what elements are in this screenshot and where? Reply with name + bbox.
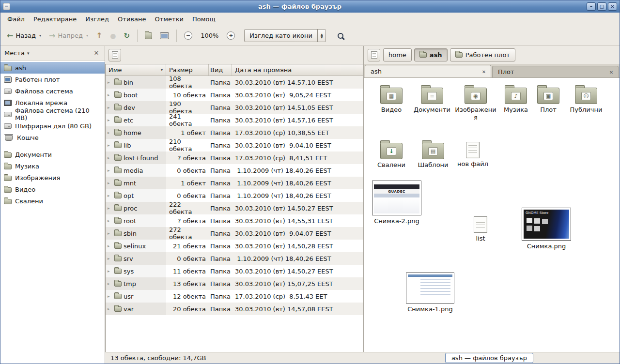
- pathbar-scroll-button[interactable]: [368, 49, 380, 61]
- icon-item[interactable]: GUADEC Снимка-2.png: [371, 181, 423, 225]
- expander-icon[interactable]: ▸: [108, 155, 112, 160]
- expander-icon[interactable]: ▸: [108, 92, 112, 97]
- zoom-out-button[interactable]: −: [181, 29, 196, 43]
- file-row[interactable]: ▸ home 1 обект Папка 17.03.2010 (ср) 10,…: [106, 126, 363, 139]
- tab[interactable]: Плот: [492, 66, 619, 77]
- column-header-name[interactable]: Име ▾: [106, 64, 166, 76]
- icon-item[interactable]: Плот: [532, 85, 564, 114]
- sort-indicator-icon[interactable]: ▾: [161, 68, 163, 72]
- expander-icon[interactable]: ▸: [108, 168, 112, 173]
- icon-item[interactable]: Шаблони: [412, 140, 454, 169]
- icon-item[interactable]: Свалени: [371, 140, 412, 169]
- expander-icon[interactable]: ▸: [108, 294, 112, 299]
- file-row[interactable]: ▸ sys 11 обекта Папка 30.03.2010 (вт) 14…: [106, 265, 363, 277]
- expander-icon[interactable]: ▸: [108, 143, 112, 148]
- column-header-date[interactable]: Дата на промяна: [232, 64, 363, 76]
- file-row[interactable]: ▸ opt 0 обекта Папка 1.10.2009 (чт) 18,4…: [106, 189, 363, 202]
- tab-close-icon[interactable]: [480, 68, 488, 75]
- tab[interactable]: ash: [365, 65, 491, 77]
- path-button[interactable]: home: [383, 48, 412, 61]
- icon-item[interactable]: нов файл: [452, 140, 494, 168]
- icon-item[interactable]: Видео: [371, 85, 412, 114]
- chevron-down-icon[interactable]: ▾: [27, 51, 30, 56]
- file-row[interactable]: ▸ bin 108 обекта Папка 30.03.2010 (вт) 1…: [106, 76, 363, 89]
- file-row[interactable]: ▸ srv 0 обекта Папка 1.10.2009 (чт) 18,4…: [106, 252, 363, 265]
- maximize-button[interactable]: [597, 2, 606, 11]
- sidebar-title[interactable]: Места: [4, 49, 25, 57]
- file-row[interactable]: ▸ lost+found ? обекта Папка 17.03.2010 (…: [106, 152, 363, 164]
- expander-icon[interactable]: ▸: [108, 181, 112, 185]
- menu-item[interactable]: Отиване: [113, 14, 150, 25]
- back-button[interactable]: ← Назад ▾: [3, 29, 45, 42]
- file-row[interactable]: ▸ usr 12 обекта Папка 17.03.2010 (ср) 8,…: [106, 290, 363, 303]
- icon-item[interactable]: Публични: [565, 85, 607, 114]
- close-button[interactable]: [608, 2, 617, 11]
- expander-icon[interactable]: ▸: [108, 130, 112, 135]
- tab-close-icon[interactable]: [607, 69, 615, 76]
- menu-item[interactable]: Отметки: [150, 14, 187, 25]
- zoom-in-button[interactable]: +: [223, 29, 238, 43]
- sidebar-item[interactable]: Свалени: [0, 195, 105, 207]
- sidebar-item[interactable]: ash: [0, 62, 105, 74]
- path-button[interactable]: ash: [414, 48, 448, 61]
- notes-pane-button[interactable]: [108, 49, 121, 61]
- expander-icon[interactable]: ▸: [108, 243, 112, 248]
- file-row[interactable]: ▸ var 20 обекта Папка 30.03.2010 (вт) 14…: [106, 303, 363, 315]
- sidebar-item[interactable]: Изображения: [0, 172, 105, 183]
- search-button[interactable]: [333, 29, 348, 43]
- sidebar-item[interactable]: Файлова система: [0, 85, 105, 97]
- expander-icon[interactable]: ▸: [108, 218, 112, 223]
- menu-item[interactable]: Файл: [3, 14, 29, 25]
- file-row[interactable]: ▸ lib 210 обекта Папка 30.03.2010 (вт) 9…: [106, 139, 363, 152]
- computer-button[interactable]: [156, 30, 172, 42]
- back-dropdown-icon[interactable]: ▾: [39, 33, 41, 38]
- file-row[interactable]: ▸ proc 222 обекта Папка 30.03.2010 (вт) …: [106, 202, 363, 214]
- icon-item[interactable]: Изображения: [455, 85, 496, 121]
- expander-icon[interactable]: ▸: [108, 193, 112, 198]
- expander-icon[interactable]: ▸: [108, 80, 112, 85]
- column-header-size[interactable]: Размер: [166, 64, 209, 76]
- icon-item[interactable]: GNOME Store Снимка.png: [520, 208, 573, 250]
- sidebar-item[interactable]: Документи: [0, 149, 105, 160]
- taskbar-window-button[interactable]: ash — файлов браузър: [445, 353, 533, 363]
- column-header-type[interactable]: Вид: [209, 64, 232, 76]
- sidebar-item[interactable]: Кошче: [0, 132, 105, 143]
- expander-icon[interactable]: ▸: [108, 206, 112, 211]
- expander-icon[interactable]: ▸: [108, 105, 112, 110]
- combo-arrows-icon[interactable]: ▲▼: [317, 30, 326, 42]
- icon-item[interactable]: Документи: [411, 85, 453, 114]
- sidebar-item[interactable]: Файлова система (210 MB): [0, 108, 105, 120]
- file-row[interactable]: ▸ selinux 21 обекта Папка 30.03.2010 (вт…: [106, 240, 363, 252]
- file-row[interactable]: ▸ sbin 272 обекта Папка 30.03.2010 (вт) …: [106, 227, 363, 240]
- file-row[interactable]: ▸ etc 241 обекта Папка 30.03.2010 (вт) 1…: [106, 114, 363, 126]
- up-button[interactable]: ↑: [93, 30, 106, 42]
- titlebar[interactable]: ash — файлов браузър: [0, 0, 620, 13]
- expander-icon[interactable]: ▸: [108, 118, 112, 122]
- icon-item[interactable]: Музика: [498, 85, 533, 114]
- path-button[interactable]: Работен плот: [450, 48, 515, 61]
- menu-item[interactable]: Помощ: [188, 14, 220, 25]
- forward-button[interactable]: → Напред ▾: [46, 29, 92, 42]
- expander-icon[interactable]: ▸: [108, 281, 112, 286]
- stop-button[interactable]: ●: [107, 30, 119, 42]
- file-row[interactable]: ▸ dev 190 обекта Папка 30.03.2010 (вт) 1…: [106, 101, 363, 114]
- file-row[interactable]: ▸ boot 10 обекта Папка 30.03.2010 (вт) 9…: [106, 89, 363, 101]
- file-row[interactable]: ▸ tmp 13 обекта Папка 30.03.2010 (вт) 15…: [106, 277, 363, 290]
- minimize-button[interactable]: [587, 2, 596, 11]
- menu-item[interactable]: Изглед: [81, 14, 113, 25]
- icon-item[interactable]: Снимка-1.png: [403, 273, 457, 313]
- sidebar-item[interactable]: Шифриран дял (80 GB): [0, 120, 105, 132]
- file-row[interactable]: ▸ root ? обекта Папка 30.03.2010 (вт) 14…: [106, 214, 363, 227]
- icon-item[interactable]: list: [460, 214, 501, 243]
- sidebar-item[interactable]: Музика: [0, 160, 105, 172]
- menu-item[interactable]: Редактиране: [29, 14, 81, 25]
- expander-icon[interactable]: ▸: [108, 256, 112, 261]
- expander-icon[interactable]: ▸: [108, 306, 112, 311]
- expander-icon[interactable]: ▸: [108, 269, 112, 273]
- file-row[interactable]: ▸ media 0 обекта Папка 1.10.2009 (чт) 18…: [106, 164, 363, 177]
- reload-button[interactable]: ↻: [121, 30, 134, 42]
- expander-icon[interactable]: ▸: [108, 231, 112, 236]
- view-mode-select[interactable]: Изглед като икони ▲▼: [244, 29, 326, 42]
- sidebar-item[interactable]: Работен плот: [0, 74, 105, 85]
- sidebar-close-icon[interactable]: ✕: [92, 49, 101, 57]
